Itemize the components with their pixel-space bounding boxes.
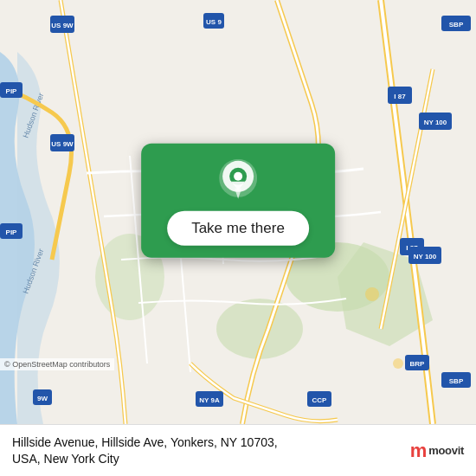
svg-text:SBP: SBP [449, 377, 464, 385]
svg-text:US 9W: US 9W [51, 140, 74, 148]
moovit-logo: m moovit [410, 440, 464, 462]
svg-text:PIP: PIP [6, 228, 18, 236]
moovit-m-icon: m [410, 440, 428, 462]
address-line2: USA, New York City [12, 452, 119, 466]
green-card[interactable]: Take me there [141, 144, 335, 258]
svg-text:9W: 9W [37, 395, 48, 402]
map-pin-icon [219, 159, 257, 204]
moovit-wordmark: moovit [428, 444, 464, 457]
svg-point-39 [393, 358, 403, 369]
svg-text:BRP: BRP [410, 360, 426, 368]
address-text: Hillside Avenue, Hillside Ave, Yonkers, … [12, 434, 402, 466]
svg-text:US 9: US 9 [206, 18, 222, 26]
address-line1: Hillside Avenue, Hillside Ave, Yonkers, … [12, 435, 278, 449]
svg-text:NY 100: NY 100 [414, 253, 437, 261]
svg-text:I 87: I 87 [394, 93, 406, 100]
button-overlay: Take me there [141, 144, 335, 258]
bottom-bar: Hillside Avenue, Hillside Ave, Yonkers, … [0, 424, 476, 476]
svg-point-43 [234, 172, 242, 181]
svg-text:CCP: CCP [312, 396, 328, 404]
svg-point-38 [365, 287, 379, 301]
osm-attribution: © OpenStreetMap contributors [0, 358, 114, 370]
svg-text:NY 9A: NY 9A [199, 396, 220, 404]
svg-text:NY 100: NY 100 [424, 119, 447, 126]
svg-text:PIP: PIP [6, 87, 18, 95]
osm-attribution-text: © OpenStreetMap contributors [4, 360, 110, 369]
take-me-there-button[interactable]: Take me there [167, 211, 309, 246]
svg-text:US 9W: US 9W [51, 22, 74, 29]
map-container: Hudson River Hudson River US 9W [0, 0, 476, 424]
svg-text:SBP: SBP [449, 21, 464, 29]
